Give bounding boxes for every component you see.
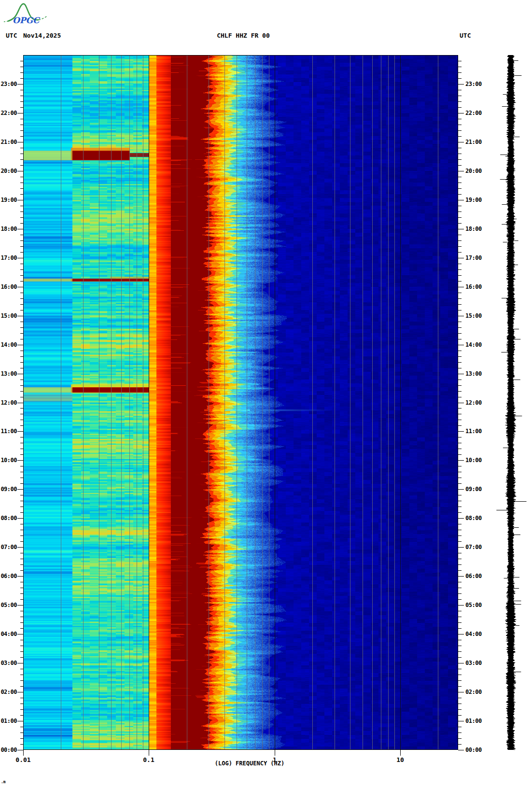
y-axis-label-right: 13:00 (465, 370, 485, 377)
y-major-tick-right (458, 460, 464, 461)
y-minor-tick-left (20, 553, 23, 553)
y-minor-tick-left (20, 420, 23, 420)
y-minor-tick-left (20, 322, 23, 322)
y-minor-tick-right (458, 159, 462, 160)
y-minor-tick-right (458, 593, 462, 594)
y-minor-tick-right (458, 397, 462, 397)
y-minor-tick-right (458, 727, 462, 727)
y-major-tick-right (458, 84, 464, 85)
y-axis-label-right: 21:00 (465, 139, 485, 145)
y-minor-tick-left (20, 709, 23, 710)
y-axis-label-right: 14:00 (465, 341, 485, 348)
y-minor-tick-right (458, 130, 462, 131)
y-minor-tick-right (458, 72, 462, 73)
y-axis-label-right: 22:00 (465, 110, 485, 116)
x-decade-tick (400, 750, 401, 756)
page-root: { "header": { "logo_text": "OPGC", "utc_… (0, 0, 532, 789)
y-major-tick-left (17, 374, 23, 374)
x-tick-label: 10 (386, 756, 415, 763)
y-axis-label-left: 12:00 (0, 399, 17, 406)
y-minor-tick-left (20, 101, 23, 102)
y-minor-tick-right (458, 310, 462, 310)
y-axis-label-left: 17:00 (0, 254, 17, 261)
y-minor-tick-right (458, 125, 462, 125)
y-axis-label-right: 10:00 (465, 457, 485, 464)
y-major-tick-right (458, 663, 464, 663)
y-major-tick-left (17, 692, 23, 692)
y-major-tick-left (17, 431, 23, 432)
y-axis-label-right: 12:00 (465, 399, 485, 406)
y-axis-label-right: 18:00 (465, 225, 485, 232)
y-minor-tick-left (20, 119, 23, 119)
y-axis-label-right: 01:00 (465, 718, 485, 724)
y-minor-tick-left (20, 339, 23, 339)
y-axis-label-left: 14:00 (0, 341, 17, 348)
y-minor-tick-left (20, 298, 23, 299)
y-minor-tick-left (20, 397, 23, 397)
y-major-tick-left (17, 750, 23, 750)
y-major-tick-left (17, 142, 23, 142)
y-minor-tick-right (458, 420, 462, 420)
y-axis-label-left: 07:00 (0, 544, 17, 550)
y-minor-tick-right (458, 264, 462, 264)
y-minor-tick-right (458, 293, 462, 293)
y-minor-tick-right (458, 154, 462, 154)
y-minor-tick-left (20, 362, 23, 363)
y-axis-label-right: 19:00 (465, 197, 485, 203)
y-minor-tick-left (20, 640, 23, 640)
y-axis-label-left: 08:00 (0, 515, 17, 521)
y-major-tick-left (17, 113, 23, 113)
y-minor-tick-left (20, 541, 23, 542)
y-minor-tick-left (20, 188, 23, 189)
y-minor-tick-left (20, 680, 23, 681)
y-axis-label-left: 10:00 (0, 457, 17, 464)
x-tick-label: 0.1 (134, 756, 163, 763)
y-minor-tick-right (458, 188, 462, 189)
y-axis-label-left: 04:00 (0, 631, 17, 637)
y-minor-tick-left (20, 698, 23, 698)
y-minor-tick-right (458, 61, 462, 61)
y-minor-tick-right (458, 628, 462, 629)
y-minor-tick-right (458, 206, 462, 206)
y-minor-tick-left (20, 686, 23, 687)
y-minor-tick-left (20, 599, 23, 600)
x-axis-label: (LOG) FREQUENCY (HZ) (211, 760, 288, 767)
y-axis-label-right: 16:00 (465, 283, 485, 290)
y-minor-tick-right (458, 298, 462, 299)
y-minor-tick-right (458, 165, 462, 166)
y-minor-tick-right (458, 495, 462, 495)
y-axis-label-left: 15:00 (0, 312, 17, 319)
y-minor-tick-right (458, 322, 462, 322)
y-minor-tick-left (20, 206, 23, 206)
y-minor-tick-right (458, 136, 462, 137)
y-minor-tick-left (20, 380, 23, 380)
y-minor-tick-right (458, 669, 462, 669)
y-minor-tick-right (458, 611, 462, 611)
y-minor-tick-left (20, 524, 23, 524)
y-minor-tick-right (458, 622, 462, 623)
y-minor-tick-right (458, 564, 462, 565)
y-major-tick-left (17, 345, 23, 345)
y-minor-tick-left (20, 507, 23, 507)
y-minor-tick-right (458, 327, 462, 328)
y-major-tick-right (458, 258, 464, 258)
y-minor-tick-right (458, 443, 462, 443)
y-minor-tick-right (458, 449, 462, 449)
y-axis-label-left: 02:00 (0, 689, 17, 695)
y-minor-tick-left (20, 304, 23, 305)
y-minor-tick-left (20, 495, 23, 495)
y-minor-tick-right (458, 67, 462, 67)
y-minor-tick-left (20, 327, 23, 328)
y-minor-tick-right (458, 501, 462, 501)
y-minor-tick-right (458, 351, 462, 351)
y-minor-tick-left (20, 351, 23, 351)
y-minor-tick-left (20, 657, 23, 658)
y-minor-tick-right (458, 119, 462, 119)
y-minor-tick-left (20, 744, 23, 745)
y-minor-tick-right (458, 472, 462, 472)
y-minor-tick-right (458, 454, 462, 455)
y-minor-tick-left (20, 425, 23, 426)
y-minor-tick-right (458, 408, 462, 409)
y-minor-tick-left (20, 264, 23, 264)
y-major-tick-left (17, 547, 23, 548)
